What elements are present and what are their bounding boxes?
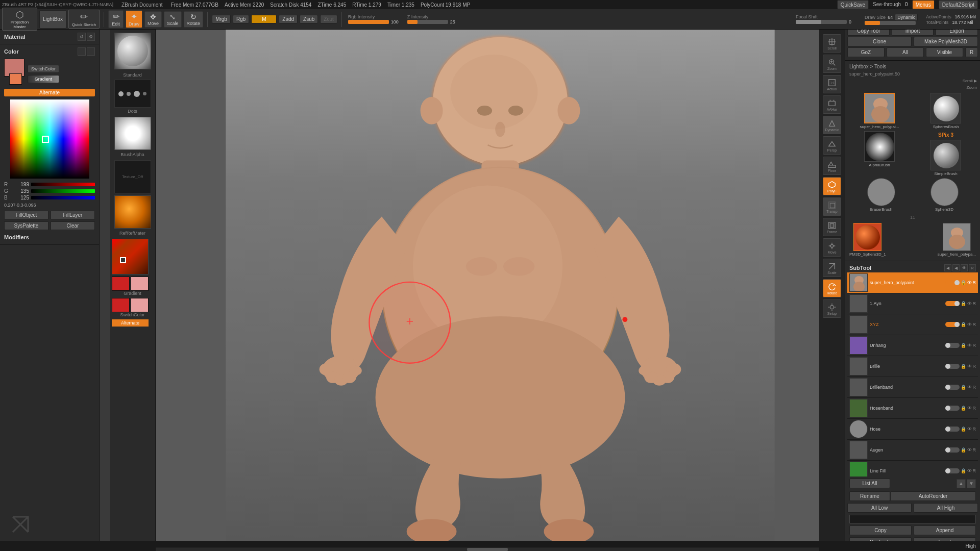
scroll-nav-right[interactable]: Scroll ▶: [963, 79, 977, 83]
polyf-icon[interactable]: PolyF: [823, 177, 841, 195]
st-r-4[interactable]: R: [973, 343, 976, 348]
sys-palette-button[interactable]: SysPalette: [4, 221, 48, 230]
setup-icon[interactable]: Setup: [823, 299, 841, 318]
dynamic-button[interactable]: Dynamic: [895, 14, 918, 21]
alternate-button-2[interactable]: Alternate: [112, 319, 149, 327]
material-icon-1[interactable]: ↺: [78, 33, 86, 41]
scale-button[interactable]: ⤡ Scale: [164, 11, 182, 28]
st-vis-3[interactable]: 👁: [967, 322, 972, 327]
gradient-button[interactable]: Gradient: [28, 75, 59, 83]
subtool-item-10[interactable]: Line Fill 🔒 👁 R: [847, 461, 978, 477]
color-icon-2[interactable]: [87, 47, 95, 56]
brush-alpha-swatch[interactable]: [114, 117, 151, 150]
fill-object-button[interactable]: FillObject: [4, 211, 48, 219]
quicksave-button[interactable]: QuickSave: [837, 0, 869, 9]
st-toggle-2[interactable]: [945, 301, 960, 306]
goz-button[interactable]: GoZ: [847, 47, 885, 57]
rotate-button[interactable]: ↻ Rotate: [184, 11, 204, 28]
zoom-nav-right[interactable]: Zoom: [967, 85, 977, 90]
st-toggle-6[interactable]: [945, 385, 960, 390]
clear-button[interactable]: Clear: [51, 221, 95, 230]
zcut-button[interactable]: Zcut: [320, 15, 337, 23]
dots-brush[interactable]: [114, 80, 151, 108]
zadd-button[interactable]: Zadd: [279, 15, 298, 23]
subtool-item-2[interactable]: 1.Ayn 🔒 👁 R: [847, 293, 978, 314]
all-low-button[interactable]: All Low: [847, 503, 912, 513]
list-all-button[interactable]: List All: [849, 479, 890, 488]
actual-icon[interactable]: 1:1 Actual: [823, 75, 841, 93]
st-icon-4[interactable]: R: [969, 264, 976, 271]
st-icon-2[interactable]: ◀: [952, 264, 960, 271]
subtool-item-4[interactable]: Unhang 🔒 👁 R: [847, 335, 978, 356]
gradient-right[interactable]: [131, 277, 149, 291]
rgb-intensity-track[interactable]: [348, 20, 389, 24]
g-slider[interactable]: [31, 189, 95, 193]
arrow-down-btn[interactable]: ▼: [967, 479, 976, 488]
st-lock-2[interactable]: 🔒: [961, 301, 966, 306]
m-button[interactable]: M: [251, 15, 277, 23]
st-r-9[interactable]: R: [973, 447, 976, 453]
st-vis-9[interactable]: 👁: [967, 447, 972, 453]
scale-nav-icon[interactable]: Scale: [823, 259, 841, 277]
dynamic-persp-icon[interactable]: Dynamic: [823, 116, 841, 134]
default-script-button[interactable]: DefaultZScript: [939, 0, 978, 9]
visible-button[interactable]: Visible: [926, 47, 963, 57]
switch-color-button[interactable]: SwitchColor: [28, 65, 59, 73]
st-toggle-1[interactable]: [945, 280, 960, 285]
sphere3d-thumb[interactable]: [930, 178, 959, 206]
texture-off-swatch[interactable]: Texture_Off: [114, 160, 151, 193]
rotate-nav-icon[interactable]: Rotate: [823, 279, 841, 297]
st-vis-2[interactable]: 👁: [967, 301, 972, 306]
st-lock-8[interactable]: 🔒: [961, 427, 966, 432]
simple-brush-thumb[interactable]: [930, 140, 961, 170]
st-icon-3[interactable]: 👁: [961, 264, 968, 271]
copy-subtool-button[interactable]: Copy: [849, 525, 912, 535]
st-lock-10[interactable]: 🔒: [961, 468, 966, 473]
zoom-icon[interactable]: Zoom: [823, 55, 841, 73]
auto-reorder-button[interactable]: AutoReorder: [890, 491, 976, 501]
floor-icon[interactable]: Floor: [823, 157, 841, 175]
name-input[interactable]: [849, 515, 976, 523]
scroll-icon[interactable]: Scroll: [823, 34, 841, 53]
st-r-1[interactable]: R: [973, 280, 976, 285]
subtool-item-1[interactable]: super_hero_polypaint 🔒 👁 R: [847, 272, 978, 293]
color-icon-1[interactable]: [78, 47, 86, 56]
gradient-left[interactable]: [112, 277, 130, 291]
lightbox-tools-header[interactable]: Lightbox > Tools: [847, 63, 978, 70]
aahar-icon[interactable]: AAHar: [823, 95, 841, 114]
super-hero-poly-thumb[interactable]: [943, 223, 971, 251]
st-r-10[interactable]: R: [973, 468, 976, 473]
persp-icon[interactable]: Persp: [823, 136, 841, 155]
st-lock-4[interactable]: 🔒: [961, 343, 966, 348]
st-toggle-5[interactable]: [945, 364, 960, 369]
draw-size-track[interactable]: [865, 21, 916, 25]
switch-color-red[interactable]: [112, 298, 130, 312]
alpha-brush-thumb[interactable]: [864, 131, 895, 162]
arrow-up-btn[interactable]: ▲: [957, 479, 966, 488]
st-toggle-9[interactable]: [945, 447, 960, 453]
zsub-button[interactable]: Zsub: [300, 15, 318, 23]
super-hero-thumb[interactable]: [864, 93, 895, 123]
st-r-6[interactable]: R: [973, 385, 976, 390]
frame-icon[interactable]: Frame: [823, 218, 841, 236]
st-vis-4[interactable]: 👁: [967, 343, 972, 348]
rename-button[interactable]: Rename: [849, 491, 890, 501]
lightbox-button[interactable]: LightBox: [39, 10, 66, 29]
standard-brush-swatch[interactable]: [114, 33, 151, 69]
menus-button[interactable]: Menus: [912, 0, 935, 9]
draw-button[interactable]: ✦ Draw: [126, 10, 142, 28]
spheres-brush-thumb[interactable]: [930, 93, 961, 123]
edit-button[interactable]: ✏ Edit: [108, 10, 124, 28]
st-vis-5[interactable]: 👁: [967, 364, 972, 369]
clone-button[interactable]: Clone: [847, 37, 912, 46]
st-toggle-4[interactable]: [945, 343, 960, 348]
move-button[interactable]: ✥ Move: [144, 11, 162, 28]
st-vis-10[interactable]: 👁: [967, 468, 972, 473]
subtool-header[interactable]: SubTool ◀ ◀ 👁 R: [847, 263, 978, 272]
switch-color-pink[interactable]: [131, 298, 149, 312]
ref-material-swatch[interactable]: [114, 195, 151, 229]
z-intensity-track[interactable]: [407, 20, 448, 24]
st-lock-7[interactable]: 🔒: [961, 406, 966, 411]
color-wheel[interactable]: [10, 99, 89, 179]
st-lock-5[interactable]: 🔒: [961, 364, 966, 369]
